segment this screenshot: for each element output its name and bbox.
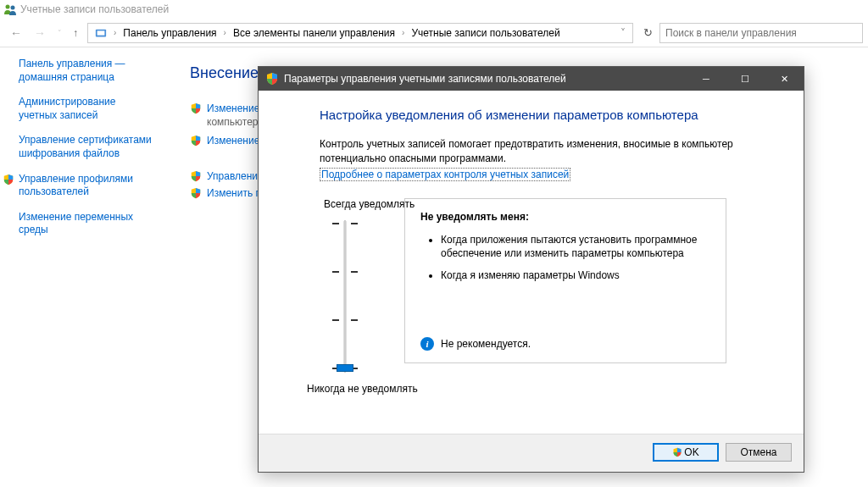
shield-icon xyxy=(265,72,279,86)
ok-button[interactable]: OK xyxy=(653,443,719,462)
svg-rect-3 xyxy=(97,30,105,35)
sidebar: Панель управления — домашняя страница Ад… xyxy=(0,47,170,487)
users-icon xyxy=(3,3,17,16)
window-title-bar: Учетные записи пользователей xyxy=(0,0,868,19)
window-title: Учетные записи пользователей xyxy=(20,3,169,15)
shield-icon xyxy=(190,187,202,199)
dialog-body: Настройка уведомления об изменении парам… xyxy=(259,91,804,434)
shield-icon xyxy=(190,170,202,182)
close-button[interactable]: ✕ xyxy=(765,67,804,91)
task-link[interactable]: Управление xyxy=(207,170,264,182)
info-item: Когда приложения пытаются установить про… xyxy=(441,233,710,260)
search-box[interactable] xyxy=(659,23,863,43)
search-input[interactable] xyxy=(665,27,857,39)
task-link[interactable]: Изменение xyxy=(207,135,259,147)
nav-back-button[interactable]: ← xyxy=(5,25,27,42)
recommendation-row: i Не рекомендуется. xyxy=(420,337,531,351)
dialog-title: Параметры управления учетными записями п… xyxy=(284,73,687,85)
learn-more-link[interactable]: Подробнее о параметрах контроля учетных … xyxy=(320,168,570,181)
nav-forward-button[interactable]: → xyxy=(29,25,51,42)
info-item: Когда я изменяю параметры Windows xyxy=(441,268,710,282)
breadcrumb-dropdown[interactable]: ˅ xyxy=(617,27,629,39)
breadcrumb-sep[interactable]: › xyxy=(110,28,120,37)
shield-icon xyxy=(672,447,682,457)
minimize-button[interactable]: ─ xyxy=(687,67,726,91)
slider-tick xyxy=(332,271,358,272)
cancel-button[interactable]: Отмена xyxy=(726,443,792,462)
slider-tick xyxy=(332,319,358,320)
dialog-heading: Настройка уведомления об изменении парам… xyxy=(320,108,746,122)
control-panel-icon xyxy=(92,27,110,39)
slider-thumb[interactable] xyxy=(337,364,353,372)
uac-slider[interactable] xyxy=(328,220,362,373)
shield-icon xyxy=(3,174,14,185)
dialog-title-bar[interactable]: Параметры управления учетными записями п… xyxy=(259,67,804,91)
info-heading: Не уведомлять меня: xyxy=(420,211,710,223)
breadcrumb-item[interactable]: Панель управления xyxy=(120,27,220,39)
slider-area: Всегда уведомлять Никогда не уведомлять … xyxy=(328,198,746,395)
breadcrumb[interactable]: › Панель управления › Все элементы панел… xyxy=(87,23,633,43)
nav-up-button[interactable]: ↑ xyxy=(69,25,82,41)
notification-info-box: Не уведомлять меня: Когда приложения пыт… xyxy=(404,198,726,363)
slider-label-always: Всегда уведомлять xyxy=(324,198,362,210)
breadcrumb-sep[interactable]: › xyxy=(220,28,230,37)
sidebar-link-home[interactable]: Панель управления — домашняя страница xyxy=(19,58,156,84)
svg-point-0 xyxy=(6,5,10,9)
task-link[interactable]: Изменение xyxy=(207,102,259,114)
breadcrumb-item[interactable]: Учетные записи пользователей xyxy=(408,27,563,39)
dialog-description: Контроль учетных записей помогает предот… xyxy=(320,137,746,166)
uac-settings-dialog: Параметры управления учетными записями п… xyxy=(258,66,804,473)
task-link[interactable]: Изменить п xyxy=(207,187,261,199)
info-list: Когда приложения пытаются установить про… xyxy=(420,233,710,283)
info-icon: i xyxy=(420,337,434,351)
svg-point-1 xyxy=(11,6,15,10)
slider-label-never: Никогда не уведомлять xyxy=(307,383,362,395)
slider-column: Всегда уведомлять Никогда не уведомлять xyxy=(328,198,362,395)
ok-button-label: OK xyxy=(684,446,698,458)
sidebar-link-admin-accounts[interactable]: Администрирование учетных записей xyxy=(19,96,156,122)
shield-icon xyxy=(190,135,202,147)
sidebar-link-cert-mgmt[interactable]: Управление сертификатами шифрования файл… xyxy=(19,134,156,160)
maximize-button[interactable]: ☐ xyxy=(726,67,765,91)
slider-rail xyxy=(344,220,347,373)
sidebar-link-env-vars[interactable]: Изменение переменных среды xyxy=(19,211,156,237)
sidebar-link-profiles[interactable]: Управление профилями пользователей xyxy=(3,173,156,199)
dialog-footer: OK Отмена xyxy=(259,434,804,472)
recommendation-text: Не рекомендуется. xyxy=(441,338,531,350)
refresh-button[interactable]: ↻ xyxy=(638,26,658,39)
nav-bar: ← → ˅ ↑ › Панель управления › Все элемен… xyxy=(0,19,868,47)
slider-tick xyxy=(332,223,358,224)
nav-recent-dropdown[interactable]: ˅ xyxy=(53,27,67,39)
shield-icon xyxy=(190,102,202,114)
breadcrumb-item[interactable]: Все элементы панели управления xyxy=(230,27,398,39)
breadcrumb-sep[interactable]: › xyxy=(398,28,408,37)
cancel-button-label: Отмена xyxy=(740,446,776,458)
